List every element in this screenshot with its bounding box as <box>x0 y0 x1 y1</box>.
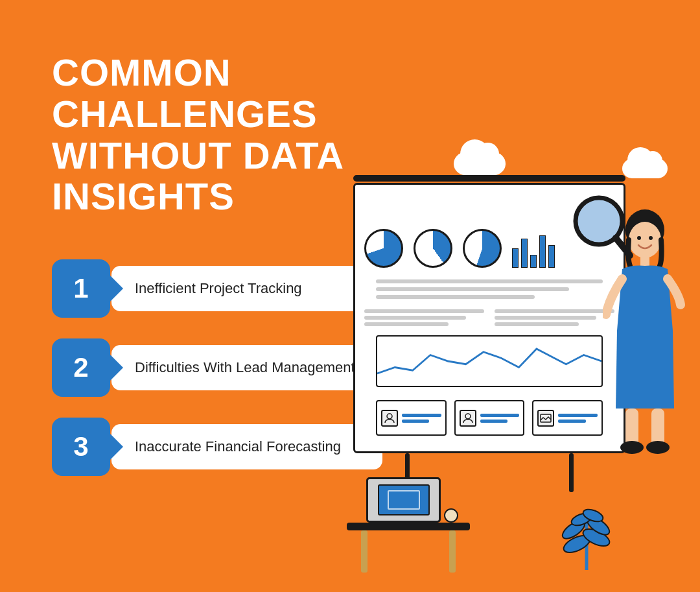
image-icon <box>537 410 554 427</box>
card-person-1 <box>376 400 447 436</box>
laptop-screen-content <box>388 490 420 510</box>
bar-3 <box>530 255 537 268</box>
challenge-label-1: Inefficient Project Tracking <box>111 266 382 311</box>
bar-1 <box>512 248 519 268</box>
plant <box>561 486 612 573</box>
challenge-number-3: 3 <box>52 418 110 476</box>
pie-chart-1 <box>364 229 403 268</box>
bottom-cards <box>364 394 614 442</box>
challenge-label-2: Difficulties With Lead Management <box>111 345 382 390</box>
bar-5 <box>548 245 555 268</box>
person-icon-1 <box>381 410 398 427</box>
svg-point-3 <box>465 414 471 419</box>
laptop-screen <box>378 484 430 515</box>
svg-point-2 <box>387 414 392 419</box>
title-line2: WITHOUT DATA INSIGHTS <box>52 134 343 218</box>
challenges-section: 1 Inefficient Project Tracking 2 Difficu… <box>52 259 382 476</box>
challenge-item-2: 2 Difficulties With Lead Management <box>52 338 382 397</box>
main-container: COMMON CHALLENGES WITHOUT DATA INSIGHTS … <box>0 0 700 592</box>
svg-point-14 <box>637 236 641 240</box>
challenge-label-3: Inaccurate Financial Forecasting <box>111 424 382 469</box>
line-chart <box>376 335 603 387</box>
challenge-number-1: 1 <box>52 259 110 318</box>
desk-top <box>347 523 470 530</box>
person-icon-2 <box>460 410 476 427</box>
ball <box>444 508 458 523</box>
bar-chart-mini <box>512 232 555 268</box>
pie-chart-3 <box>463 229 502 268</box>
challenge-number-2: 2 <box>52 338 110 397</box>
cloud-1 <box>454 152 506 175</box>
challenge-item-3: 3 Inaccurate Financial Forecasting <box>52 418 382 476</box>
svg-point-13 <box>629 222 661 258</box>
cloud-2 <box>622 159 668 178</box>
plant-svg <box>561 486 612 570</box>
person-svg <box>603 201 687 460</box>
dashboard-board <box>353 183 625 453</box>
title-line1: COMMON CHALLENGES <box>52 51 318 135</box>
pie-charts-row <box>364 194 614 268</box>
card-person-2 <box>454 400 525 436</box>
svg-point-15 <box>649 236 653 240</box>
desk-leg-right <box>449 530 456 573</box>
challenge-item-1: 1 Inefficient Project Tracking <box>52 259 382 318</box>
card-image <box>532 400 603 436</box>
bar-2 <box>521 239 528 268</box>
laptop <box>366 477 441 523</box>
svg-point-19 <box>620 441 644 454</box>
svg-point-20 <box>646 441 670 454</box>
pie-chart-2 <box>414 229 452 268</box>
illustration-board <box>353 175 625 492</box>
bar-4 <box>539 235 546 268</box>
person-illustration <box>603 201 687 463</box>
text-lines-1 <box>364 274 614 304</box>
desk-leg-left <box>361 530 368 573</box>
